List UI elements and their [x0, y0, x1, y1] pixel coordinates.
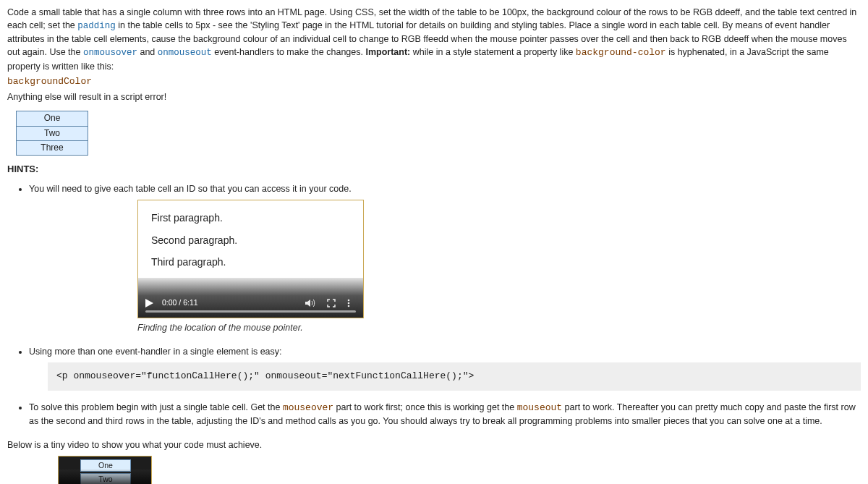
video-line: First paragraph. [151, 211, 237, 225]
play-icon[interactable] [145, 299, 153, 307]
text: part to work first; once this is working… [336, 402, 517, 412]
svg-point-1 [348, 302, 350, 305]
volume-icon[interactable] [305, 299, 315, 307]
code-padding: padding [77, 21, 116, 31]
video-player-1[interactable]: First paragraph. Second paragraph. Third… [137, 200, 364, 318]
svg-point-2 [348, 305, 350, 307]
code-block: <p onmouseover="functionCallHere();" onm… [48, 362, 861, 391]
example-table: One Two Three [16, 111, 88, 156]
video-caption: Finding the location of the mouse pointe… [137, 321, 861, 334]
hint-item-3: To solve this problem begin with just a … [29, 401, 861, 428]
table-cell-one[interactable]: One [17, 111, 88, 126]
more-icon[interactable] [347, 299, 350, 307]
instruction-paragraph-1: Code a small table that has a single col… [7, 6, 861, 73]
code-onmouseout: onmouseout [158, 48, 212, 58]
below-text: Below is a tiny video to show you what y… [7, 438, 861, 451]
instruction-warning: Anything else will result in a script er… [7, 90, 861, 103]
fullscreen-icon[interactable] [327, 299, 336, 307]
code-onmouseover: onmousover [83, 48, 137, 58]
text: and [140, 47, 157, 57]
hint-text: Using more than one event-handler in a s… [29, 347, 282, 357]
svg-point-0 [348, 300, 350, 302]
code-mouseout: mouseout [517, 402, 562, 413]
video-preview-text: First paragraph. Second paragraph. Third… [151, 211, 237, 276]
text: event-handlers to make the changes. [214, 47, 365, 57]
hints-list: You will need to give each table cell an… [29, 182, 861, 428]
video-player-2[interactable]: One Two Three [58, 456, 152, 484]
video-controls: 0:00 / 6:11 [138, 278, 363, 318]
hint-item-2: Using more than one event-handler in a s… [29, 345, 861, 391]
hint-item-1: You will need to give each table cell an… [29, 182, 861, 334]
video-line: Third paragraph. [151, 255, 237, 269]
hint-text: You will need to give each table cell an… [29, 184, 352, 194]
video-controls-mini [59, 470, 151, 484]
table-cell-two[interactable]: Two [17, 126, 88, 140]
hints-heading: HINTS: [7, 163, 861, 177]
table-cell-three[interactable]: Three [17, 141, 88, 156]
code-background-color: background-color [576, 47, 666, 58]
code-line: <p onmouseover="functionCallHere();" onm… [56, 370, 474, 381]
video-line: Second paragraph. [151, 233, 237, 247]
code-mouseover: mouseover [283, 402, 333, 413]
text: while in a style statement a property li… [413, 47, 576, 57]
text: To solve this problem begin with just a … [29, 402, 283, 412]
progress-bar[interactable] [145, 310, 356, 313]
instructions: Code a small table that has a single col… [7, 6, 861, 103]
important-label: Important: [365, 47, 410, 57]
code-backgroundColor: backgroundColor [7, 76, 92, 87]
video-time: 0:00 / 6:11 [162, 297, 198, 308]
